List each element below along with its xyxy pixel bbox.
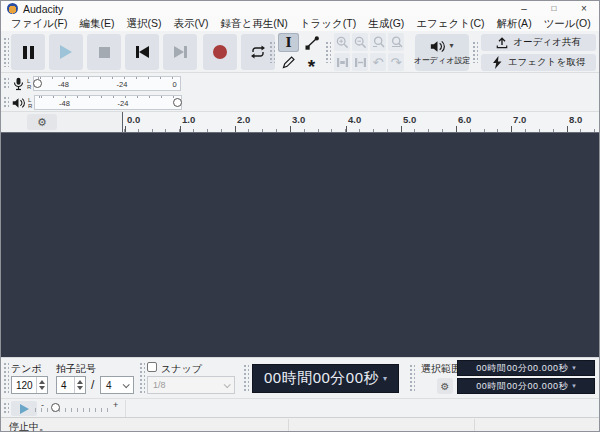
- selection-start-display[interactable]: 00時間00分00.000秒 ▾: [457, 360, 595, 376]
- menu-tracks[interactable]: トラック(T): [294, 17, 362, 31]
- close-button[interactable]: ×: [569, 1, 599, 16]
- tempo-spinner[interactable]: [36, 377, 47, 393]
- selection-grip[interactable]: [409, 364, 415, 392]
- menu-generate[interactable]: 生成(G): [362, 17, 410, 31]
- playback-meter-scale[interactable]: -48 -24: [34, 95, 182, 110]
- zoom-default-button[interactable]: [388, 33, 404, 51]
- chevron-down-icon: ▾: [383, 374, 387, 383]
- timeline-options-button[interactable]: ⚙: [27, 114, 57, 130]
- snap-grip[interactable]: [139, 362, 145, 394]
- track-canvas[interactable]: [1, 133, 599, 357]
- skip-to-start-button[interactable]: [125, 34, 159, 70]
- zoom-selection-button[interactable]: [370, 33, 386, 51]
- status-bar: 停止中。: [1, 417, 599, 431]
- toolbar-row: I *: [1, 31, 599, 73]
- time-signature-grip[interactable]: [3, 362, 9, 394]
- speed-plus-label: +: [113, 400, 118, 410]
- play-at-speed-button[interactable]: [11, 401, 37, 416]
- play-button[interactable]: [49, 34, 83, 70]
- transport-grip[interactable]: [3, 37, 9, 67]
- pencil-icon: [282, 56, 295, 69]
- playback-meter[interactable]: LR -48 -24: [1, 94, 182, 111]
- minimize-button[interactable]: –: [509, 1, 539, 16]
- zoom-out-button[interactable]: [352, 33, 368, 51]
- zoom-selection-icon: [372, 36, 385, 49]
- redo-button[interactable]: ↷: [388, 53, 404, 71]
- stop-icon: [99, 47, 110, 58]
- snap-checkbox[interactable]: [147, 362, 157, 372]
- speaker-icon: [12, 97, 25, 109]
- pause-button[interactable]: [11, 34, 45, 70]
- window-title: Audacity: [23, 3, 63, 15]
- time-signature-label: 拍子記号: [56, 362, 96, 376]
- pause-icon: [23, 46, 34, 59]
- recording-meter-channels: LR: [27, 78, 31, 90]
- selection-options-button[interactable]: ⚙: [437, 378, 453, 394]
- maximize-button[interactable]: □: [539, 1, 569, 16]
- recording-meter-grip[interactable]: [3, 77, 9, 90]
- menu-transport[interactable]: 録音と再生(N): [214, 17, 293, 31]
- share-grip[interactable]: [472, 41, 478, 63]
- ruler-tick-label: 4.0: [348, 114, 361, 125]
- status-text: 停止中。: [9, 420, 49, 432]
- time-signature-upper-spinner[interactable]: [74, 377, 85, 393]
- chevron-down-icon: [123, 381, 130, 388]
- multi-tool-button[interactable]: *: [301, 53, 322, 72]
- gear-icon: ⚙: [441, 381, 450, 392]
- selection-end-value: 00時間00分00.000秒: [476, 380, 568, 393]
- menu-tools[interactable]: ツール(O): [538, 17, 597, 31]
- time-signature-lower-value: 4: [106, 380, 112, 391]
- envelope-tool-button[interactable]: [301, 33, 322, 52]
- get-effects-icon: [492, 56, 503, 69]
- share-audio-button[interactable]: オーディオ共有: [481, 34, 596, 51]
- recording-meter-scale[interactable]: -48 -24 0: [33, 76, 181, 91]
- playback-volume-slider[interactable]: [173, 98, 182, 107]
- recording-meter[interactable]: LR -48 -24 0: [1, 75, 181, 92]
- audacity-logo-icon: [7, 3, 18, 14]
- speed-slider-thumb[interactable]: [51, 403, 60, 412]
- menu-edit[interactable]: 編集(E): [73, 17, 120, 31]
- bottom-toolbar-row: テンポ 120 拍子記号 4 / 4 スナップ 1/8 00時間00分00秒 ▾…: [1, 357, 599, 398]
- ruler-tick-label: 1.0: [182, 114, 195, 125]
- timeline-ruler-row: 0.0 1.0 2.0 3.0 4.0 5.0 6.0 7.0 8.0 ⚙: [1, 112, 599, 133]
- tempo-input[interactable]: 120: [11, 376, 48, 394]
- trim-audio-button[interactable]: [334, 53, 350, 71]
- speed-slider-track[interactable]: [35, 408, 111, 412]
- time-display[interactable]: 00時間00分00秒 ▾: [252, 364, 399, 393]
- stop-button[interactable]: [87, 34, 121, 70]
- time-signature-upper-input[interactable]: 4: [56, 376, 86, 394]
- selection-end-display[interactable]: 00時間00分00.000秒 ▾: [457, 378, 595, 394]
- tick-label: 0: [172, 80, 176, 89]
- tools-grip[interactable]: [269, 41, 275, 63]
- undo-button[interactable]: ↶: [370, 53, 386, 71]
- speed-grip[interactable]: [3, 402, 9, 415]
- playback-meter-grip[interactable]: [3, 96, 9, 109]
- time-signature-lower-select[interactable]: 4: [100, 376, 134, 394]
- get-effects-button[interactable]: エフェクトを取得: [481, 54, 596, 71]
- play-at-speed-toolbar: - +: [1, 398, 599, 417]
- silence-audio-button[interactable]: [352, 53, 368, 71]
- snap-select[interactable]: 1/8: [147, 376, 235, 394]
- record-button[interactable]: [203, 34, 237, 70]
- recording-gain-slider[interactable]: [33, 79, 42, 88]
- upload-icon: [496, 36, 508, 49]
- zoom-in-button[interactable]: [334, 33, 350, 51]
- ruler-tick-label: 6.0: [458, 114, 471, 125]
- skip-to-end-button[interactable]: [163, 34, 197, 70]
- menu-file[interactable]: ファイル(F): [5, 17, 73, 31]
- title-bar: Audacity – □ ×: [1, 1, 599, 16]
- status-divider: [474, 419, 475, 431]
- ruler-tick-label: 2.0: [237, 114, 250, 125]
- time-grip[interactable]: [243, 364, 249, 392]
- audio-setup-button[interactable]: ▾ オーディオ設定: [415, 34, 469, 71]
- selection-tool-button[interactable]: I: [278, 33, 299, 52]
- loop-icon: [250, 45, 266, 59]
- menu-analyze[interactable]: 解析(A): [491, 17, 538, 31]
- edit-grip[interactable]: [325, 41, 331, 63]
- menu-effect[interactable]: エフェクト(C): [410, 17, 490, 31]
- share-audio-label: オーディオ共有: [513, 36, 580, 49]
- menu-view[interactable]: 表示(V): [167, 17, 214, 31]
- menu-select[interactable]: 選択(S): [120, 17, 167, 31]
- chevron-down-icon: ▾: [572, 364, 576, 372]
- draw-tool-button[interactable]: [278, 53, 299, 72]
